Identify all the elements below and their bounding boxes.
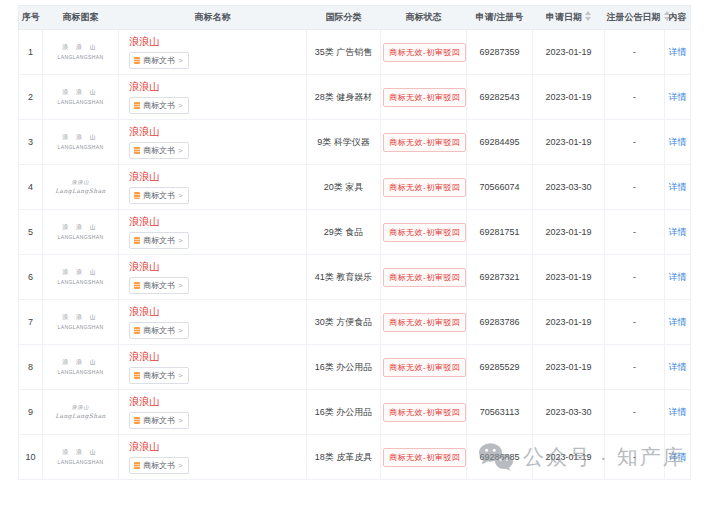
col-header-intl-class: 国际分类 (307, 6, 381, 30)
trademark-name-link[interactable]: 浪浪山 (129, 396, 304, 408)
col-header-mark-image: 商标图案 (43, 6, 119, 30)
document-icon (134, 462, 140, 469)
col-header-apply-date[interactable]: 申请日期 (533, 6, 605, 30)
apply-date-cell: 2023-01-19 (533, 300, 605, 345)
status-badge: 商标无效-初审驳回 (383, 43, 466, 62)
detail-link[interactable]: 详情 (669, 317, 687, 327)
doc-badge[interactable]: 商标文书> (129, 457, 189, 474)
doc-badge[interactable]: 商标文书> (129, 97, 189, 114)
reg-no-cell: 70566074 (467, 165, 533, 210)
detail-link[interactable]: 详情 (669, 47, 687, 57)
doc-badge[interactable]: 商标文书> (129, 142, 189, 159)
doc-badge[interactable]: 商标文书> (129, 367, 189, 384)
intl-class-cell: 18类 皮革皮具 (307, 435, 381, 480)
doc-badge-label: 商标文书 (143, 100, 175, 111)
col-header-label: 国际分类 (326, 12, 362, 22)
chevron-right-icon: > (178, 101, 183, 110)
trademark-name-link[interactable]: 浪浪山 (129, 216, 304, 228)
status-cell: 商标无效-初审驳回 (381, 165, 467, 210)
mark-image-cell: 浪 浪 山LANGLANGSHAN (43, 75, 119, 120)
index-cell: 4 (19, 165, 43, 210)
table-row: 5 浪 浪 山LANGLANGSHAN 浪浪山 商标文书> 29类 食品 商标无… (19, 210, 691, 255)
doc-badge[interactable]: 商标文书> (129, 232, 189, 249)
status-cell: 商标无效-初审驳回 (381, 120, 467, 165)
chevron-right-icon: > (178, 56, 183, 65)
mark-name-cell: 浪浪山 商标文书> (119, 435, 307, 480)
doc-badge-label: 商标文书 (143, 415, 175, 426)
intl-class-cell: 20类 家具 (307, 165, 381, 210)
col-header-label: 商标状态 (406, 12, 442, 22)
col-header-content: 内容 (665, 6, 691, 30)
status-badge: 商标无效-初审驳回 (383, 88, 466, 107)
document-icon (134, 237, 140, 244)
reg-no-cell: 69287321 (467, 255, 533, 300)
col-header-reg-no: 申请/注册号 (467, 6, 533, 30)
trademark-name-link[interactable]: 浪浪山 (129, 351, 304, 363)
intl-class-cell: 35类 广告销售 (307, 30, 381, 75)
mark-image-cell: 浪 浪 山LANGLANGSHAN (43, 300, 119, 345)
status-cell: 商标无效-初审驳回 (381, 300, 467, 345)
table-row: 10 浪 浪 山LANGLANGSHAN 浪浪山 商标文书> 18类 皮革皮具 … (19, 435, 691, 480)
document-icon (134, 372, 140, 379)
doc-badge[interactable]: 商标文书> (129, 277, 189, 294)
sort-icon[interactable] (585, 11, 591, 21)
mark-image-cell: 浪浪山LangLangShan (43, 165, 119, 210)
doc-badge[interactable]: 商标文书> (129, 52, 189, 69)
detail-link[interactable]: 详情 (669, 92, 687, 102)
detail-link[interactable]: 详情 (669, 227, 687, 237)
index-cell: 7 (19, 300, 43, 345)
doc-badge-label: 商标文书 (143, 280, 175, 291)
trademark-name-link[interactable]: 浪浪山 (129, 171, 304, 183)
detail-link[interactable]: 详情 (669, 182, 687, 192)
detail-link[interactable]: 详情 (669, 362, 687, 372)
col-header-status: 商标状态 (381, 6, 467, 30)
detail-link[interactable]: 详情 (669, 452, 687, 462)
table-row: 7 浪 浪 山LANGLANGSHAN 浪浪山 商标文书> 30类 方便食品 商… (19, 300, 691, 345)
col-header-pub-date[interactable]: 注册公告日期 (605, 6, 665, 30)
doc-badge[interactable]: 商标文书> (129, 187, 189, 204)
detail-link[interactable]: 详情 (669, 272, 687, 282)
reg-no-cell: 69282543 (467, 75, 533, 120)
status-cell: 商标无效-初审驳回 (381, 435, 467, 480)
mark-image-cell: 浪 浪 山LANGLANGSHAN (43, 210, 119, 255)
col-header-mark-name: 商标名称 (119, 6, 307, 30)
detail-cell: 详情 (665, 300, 691, 345)
mark-image-cell: 浪 浪 山LANGLANGSHAN (43, 30, 119, 75)
status-badge: 商标无效-初审驳回 (383, 358, 466, 377)
chevron-right-icon: > (178, 281, 183, 290)
doc-badge-label: 商标文书 (143, 190, 175, 201)
trademark-name-link[interactable]: 浪浪山 (129, 441, 304, 453)
trademark-image: 浪浪山LangLangShan (55, 178, 106, 196)
doc-badge-label: 商标文书 (143, 145, 175, 156)
trademark-name-link[interactable]: 浪浪山 (129, 306, 304, 318)
reg-no-cell: 69287359 (467, 30, 533, 75)
table-row: 8 浪 浪 山LANGLANGSHAN 浪浪山 商标文书> 16类 办公用品 商… (19, 345, 691, 390)
trademark-name-link[interactable]: 浪浪山 (129, 126, 304, 138)
detail-link[interactable]: 详情 (669, 137, 687, 147)
doc-badge-label: 商标文书 (143, 325, 175, 336)
detail-cell: 详情 (665, 30, 691, 75)
trademark-image: 浪 浪 山LANGLANGSHAN (58, 223, 104, 241)
intl-class-cell: 29类 食品 (307, 210, 381, 255)
status-badge: 商标无效-初审驳回 (383, 133, 466, 152)
col-header-index: 序号 (19, 6, 43, 30)
pub-date-cell: - (605, 300, 665, 345)
reg-no-cell: 69285529 (467, 345, 533, 390)
col-header-label: 申请/注册号 (476, 12, 524, 22)
table-header-row: 序号 商标图案 商标名称 国际分类 商标状态 申请/注册号 申请日期 注册公告日… (19, 6, 691, 30)
detail-link[interactable]: 详情 (669, 407, 687, 417)
status-badge: 商标无效-初审驳回 (383, 448, 466, 467)
trademark-name-link[interactable]: 浪浪山 (129, 36, 304, 48)
reg-no-cell: 69284495 (467, 120, 533, 165)
status-cell: 商标无效-初审驳回 (381, 75, 467, 120)
trademark-name-link[interactable]: 浪浪山 (129, 261, 304, 273)
doc-badge[interactable]: 商标文书> (129, 322, 189, 339)
document-icon (134, 417, 140, 424)
pub-date-cell: - (605, 75, 665, 120)
status-cell: 商标无效-初审驳回 (381, 210, 467, 255)
col-header-label: 商标名称 (195, 12, 231, 22)
col-header-label: 序号 (22, 12, 40, 22)
doc-badge[interactable]: 商标文书> (129, 412, 189, 429)
trademark-name-link[interactable]: 浪浪山 (129, 81, 304, 93)
intl-class-cell: 30类 方便食品 (307, 300, 381, 345)
